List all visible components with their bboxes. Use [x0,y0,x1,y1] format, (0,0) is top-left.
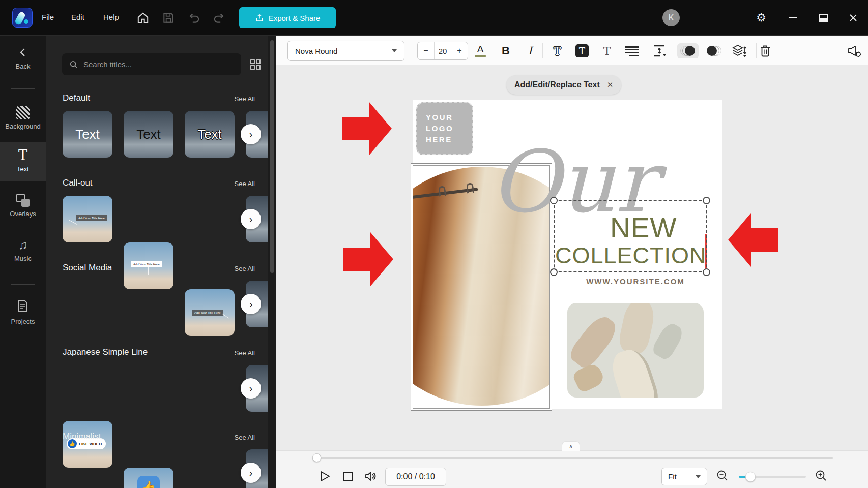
app-logo-icon[interactable] [12,8,33,28]
menu-help[interactable]: Help [103,13,119,21]
font-family-value: Nova Round [295,47,337,55]
selection-handle-ne[interactable] [703,197,710,204]
logo-placeholder[interactable]: YOUR LOGO HERE [416,102,473,155]
see-all-social[interactable]: See All [235,265,255,272]
fade-out-button[interactable] [704,43,725,58]
text-outline-style-button[interactable]: T [549,43,565,58]
share-icon [255,13,264,22]
section-title-japanese: Japanese Simple Line [63,347,148,357]
export-share-label: Export & Share [269,14,321,22]
chevron-down-icon [696,475,701,478]
timeline-expand-button[interactable]: ∧ [562,441,580,451]
minimize-button[interactable] [786,11,800,24]
font-size-increase-button[interactable]: + [451,42,468,59]
megaphone-gear-icon [847,44,862,58]
zoom-in-button[interactable] [815,469,828,482]
text-box-style-button[interactable]: T [574,43,590,58]
guide-arrow-right-top [342,102,392,156]
font-size-decrease-button[interactable]: − [418,42,434,59]
row-next-arrow[interactable]: › [241,463,261,483]
redo-icon[interactable] [213,11,226,24]
website-text[interactable]: WWW.YOURSITE.COM [565,277,706,286]
panel-scrollbar-thumb[interactable] [270,40,274,273]
playback-bar: ∧ 0:00 / 0:10 Fit [276,450,868,488]
row-next-arrow[interactable]: › [241,294,261,314]
chevron-down-icon [392,49,397,52]
font-size-value[interactable]: 20 [434,42,451,59]
seek-handle[interactable] [312,453,321,462]
see-all-japanese[interactable]: See All [235,349,255,357]
category-grid-icon[interactable] [249,58,262,71]
settings-gear-icon[interactable]: ⚙ [754,11,768,24]
see-all-minimalist[interactable]: See All [235,434,255,441]
sidebar-item-music[interactable]: ♫ Music [0,238,46,262]
row-next-arrow[interactable]: › [241,124,261,144]
bold-button[interactable]: B [498,43,513,58]
artboard[interactable]: YOUR LOGO HERE Our NEW COLLECTION [413,100,722,409]
zoom-fit-select[interactable]: Fit [661,468,707,485]
menu-edit[interactable]: Edit [71,13,84,21]
seek-track[interactable] [316,458,833,459]
maximize-button[interactable] [817,11,831,24]
see-all-callout[interactable]: See All [235,180,255,188]
fade-in-icon [680,45,696,56]
play-button[interactable] [318,470,331,483]
text-toolbar: Nova Round − 20 + A B I T T T [276,36,868,65]
line-spacing-button[interactable] [652,43,669,58]
home-icon[interactable] [136,11,150,24]
shoes-image[interactable] [567,303,704,398]
sidebar-item-background[interactable]: Background [0,106,46,130]
row-next-arrow[interactable]: › [241,209,261,229]
selection-handle-se[interactable] [703,268,710,276]
back-chevron-icon [18,47,28,57]
zoom-slider-handle[interactable] [745,472,756,482]
text-icon: T [0,149,46,162]
search-placeholder: Search titles... [83,60,132,69]
template-thumb-text-white[interactable]: Text [63,111,112,158]
templates-panel: Search titles... Default See All Text Te… [46,36,276,488]
guide-arrow-right-middle [343,232,393,286]
selection-handle-sw[interactable] [550,268,558,276]
layer-order-button[interactable] [730,43,749,58]
text-selection-box[interactable] [554,200,707,272]
close-button[interactable] [846,11,860,24]
template-thumb-like-big[interactable]: 👍 LIKE [124,468,173,488]
zoom-out-button[interactable] [716,469,729,482]
left-nav: Back Background T Text Overlays ♫ Music … [0,36,46,488]
template-thumb-text-outline[interactable]: Text [185,111,235,158]
tooltip-close-icon[interactable]: ✕ [607,80,614,89]
nav-divider [11,284,35,285]
render-settings-button[interactable] [845,43,863,58]
menu-file[interactable]: File [42,13,54,21]
template-thumb-callout-2[interactable]: Add Your Title Here [124,242,173,289]
text-shadow-style-button[interactable]: T [599,43,615,58]
row-next-arrow[interactable]: › [241,378,261,399]
zoom-fit-value: Fit [668,472,677,481]
italic-button[interactable]: I [523,43,538,58]
search-input[interactable]: Search titles... [62,53,241,75]
section-title-callout: Call-out [63,178,93,188]
volume-button[interactable] [364,470,377,483]
fade-in-button[interactable] [677,43,699,58]
template-thumb-callout-1[interactable]: Add Your Title Here [63,196,112,242]
save-icon[interactable] [162,11,175,24]
font-color-button[interactable]: A [473,43,488,58]
selection-handle-nw[interactable] [550,197,558,204]
sidebar-item-overlays[interactable]: Overlays [0,194,46,218]
see-all-default[interactable]: See All [235,95,255,103]
export-share-button[interactable]: Export & Share [239,7,336,28]
canvas-stage[interactable]: Add/Edit/Replace Text ✕ YOUR LOGO HERE [276,65,868,450]
sidebar-item-back[interactable]: Back [0,47,46,70]
template-thumb-callout-3[interactable]: Add Your Title Here [185,289,235,336]
sidebar-item-text[interactable]: T Text [0,142,46,181]
sidebar-item-projects[interactable]: Projects [0,299,46,325]
font-family-select[interactable]: Nova Round [287,41,404,61]
undo-icon[interactable] [187,11,200,24]
align-button[interactable] [625,43,641,58]
avatar[interactable]: K [662,9,680,26]
template-thumb-text-black[interactable]: Text [124,111,173,158]
panel-scrollbar-track[interactable] [268,36,276,488]
template-thumb-like-video-blue[interactable]: 👍 LIKE VIDEO [63,421,112,468]
delete-button[interactable] [757,43,774,58]
stop-button[interactable] [341,470,355,483]
